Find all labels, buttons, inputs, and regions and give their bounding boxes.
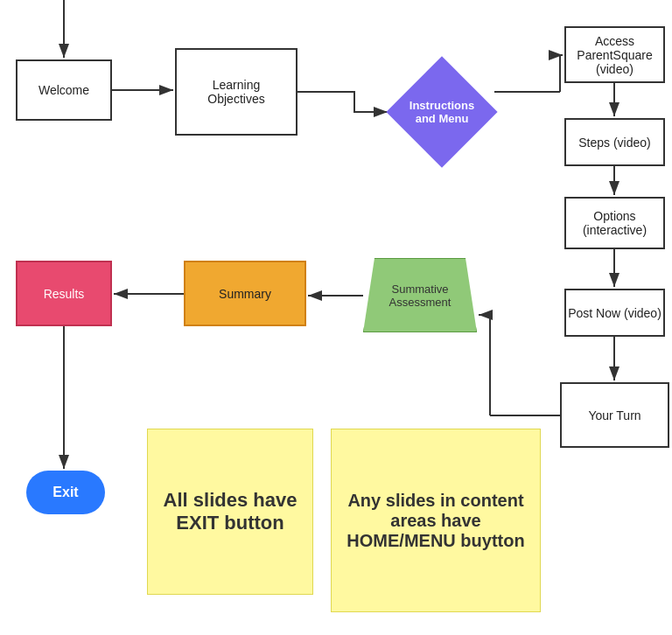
learning-label: LearningObjectives <box>207 78 264 106</box>
flowchart: Welcome LearningObjectives Instructionsa… <box>0 0 672 635</box>
exit-label: Exit <box>52 485 78 500</box>
summary-label: Summary <box>219 287 271 301</box>
summative-label: SummativeAssessment <box>363 258 477 332</box>
sticky-left: All slides have EXIT button <box>147 429 313 595</box>
yourturn-label: Your Turn <box>588 408 640 422</box>
results-node: Results <box>16 261 112 326</box>
exit-node[interactable]: Exit <box>26 471 105 514</box>
summative-node: SummativeAssessment <box>363 258 477 332</box>
access-parentsquare-node: AccessParentSquare(video) <box>564 26 665 83</box>
steps-node: Steps (video) <box>564 118 665 166</box>
welcome-node: Welcome <box>16 59 112 121</box>
sticky-right: Any slides in content areas have HOME/ME… <box>331 429 541 612</box>
instructions-label: Instructionsand Menu <box>389 68 494 156</box>
summary-node: Summary <box>184 261 306 326</box>
results-label: Results <box>44 287 85 301</box>
sticky-right-text: Any slides in content areas have HOME/ME… <box>345 491 527 551</box>
learning-objectives-node: LearningObjectives <box>175 48 298 136</box>
options-label: Options(interactive) <box>583 209 647 237</box>
welcome-label: Welcome <box>38 83 89 97</box>
steps-label: Steps (video) <box>578 136 650 150</box>
instructions-node: Instructionsand Menu <box>389 68 494 156</box>
access-label: AccessParentSquare(video) <box>577 34 652 76</box>
postnow-node: Post Now (video) <box>564 289 665 337</box>
sticky-left-text: All slides have EXIT button <box>161 489 299 534</box>
postnow-label: Post Now (video) <box>568 306 662 320</box>
options-node: Options(interactive) <box>564 197 665 249</box>
yourturn-node: Your Turn <box>560 382 669 448</box>
